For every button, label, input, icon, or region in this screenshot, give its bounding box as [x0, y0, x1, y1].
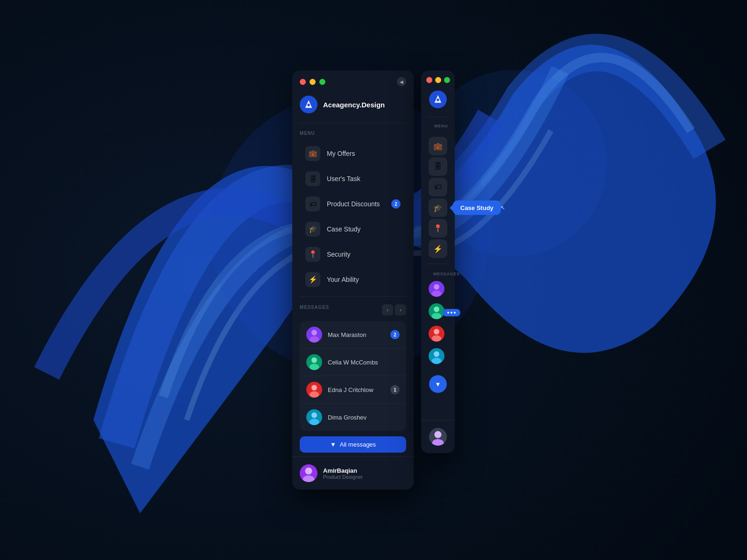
user-avatar [300, 464, 317, 482]
collapse-button[interactable]: ◀ [397, 77, 406, 86]
my-offers-icon: 💼 [305, 146, 320, 161]
collapsed-avatar-img-dima [429, 348, 444, 364]
svg-point-23 [434, 431, 441, 438]
expanded-sidebar: ◀ Aceagency.Design MENU 💼 My Offers 🗄 [292, 70, 414, 490]
avatar-edna [306, 382, 322, 398]
collapsed-traffic-green[interactable] [444, 77, 450, 83]
brand-logo [300, 96, 317, 113]
panels-wrapper: ◀ Aceagency.Design MENU 💼 My Offers 🗄 [292, 70, 455, 490]
collapsed-avatar-max[interactable] [429, 281, 447, 300]
messages-nav: ‹ › [382, 304, 406, 315]
traffic-green[interactable] [319, 79, 325, 85]
message-item-celia[interactable]: Celia W McCombs [300, 349, 406, 376]
traffic-lights-expanded: ◀ [292, 70, 414, 90]
menu-section: MENU 💼 My Offers 🗄 User's Task 🏷 Product… [292, 123, 414, 296]
collapsed-traffic-red[interactable] [426, 77, 432, 83]
collapsed-all-messages-btn[interactable]: ▼ [429, 375, 447, 393]
security-icon: 📍 [305, 247, 320, 262]
menu-item-security[interactable]: 📍 Security [300, 242, 406, 266]
user-role: Product Designer [323, 474, 363, 480]
svg-point-16 [432, 290, 441, 297]
messages-next-btn[interactable]: › [395, 304, 406, 315]
svg-point-14 [437, 98, 439, 101]
messages-list: Max Maraston 2 Celia W McCombs Edna J Cr… [300, 321, 406, 431]
collapsed-down-arrow: ▼ [435, 381, 441, 388]
collapsed-avatar-img-max [429, 281, 444, 297]
collapsed-messages-label: MESSAGES [427, 272, 450, 276]
avatar-max [306, 327, 322, 343]
brand-header: Aceagency.Design [292, 90, 414, 123]
collapsed-icon-my-offers[interactable]: 💼 [429, 137, 447, 155]
user-footer: AmirBaqian Product Designer [292, 456, 414, 490]
collapsed-avatar-celia[interactable] [429, 303, 447, 322]
svg-point-3 [307, 104, 310, 106]
product-discounts-icon: 🏷 [305, 196, 320, 211]
avatar-dima [306, 409, 322, 425]
your-ability-icon: ⚡ [305, 272, 320, 287]
collapsed-brand-logo [429, 91, 447, 108]
my-offers-label: My Offers [327, 150, 355, 157]
traffic-red[interactable] [300, 79, 306, 85]
message-item-edna[interactable]: Edna J Critchlow 1 [300, 376, 406, 404]
svg-point-21 [434, 351, 439, 357]
collapsed-icon-your-ability[interactable]: ⚡ [429, 239, 447, 258]
dot-1 [447, 312, 449, 314]
messages-section: MESSAGES ‹ › Max Maraston 2 [292, 297, 414, 456]
collapsed-avatar-dima[interactable] [429, 348, 447, 367]
message-badge-edna: 1 [390, 385, 400, 394]
collapsed-avatar-img-celia [429, 303, 444, 319]
menu-item-users-task[interactable]: 🗄 User's Task [300, 167, 406, 191]
svg-point-7 [310, 364, 319, 370]
contact-name-edna: Edna J Critchlow [328, 386, 374, 393]
traffic-yellow[interactable] [310, 79, 316, 85]
menu-item-case-study[interactable]: 🎓 Case Study [300, 217, 406, 241]
svg-point-9 [310, 391, 319, 398]
messages-prev-btn[interactable]: ‹ [382, 304, 393, 315]
collapsed-icon-product-discounts[interactable]: 🏷 [429, 178, 447, 196]
menu-item-my-offers[interactable]: 💼 My Offers [300, 141, 406, 166]
svg-point-24 [432, 439, 444, 446]
case-study-icon: 🎓 [305, 222, 320, 237]
collapsed-messages-section: MESSAGES [421, 264, 455, 397]
message-item-max[interactable]: Max Maraston 2 [300, 321, 406, 349]
users-task-label: User's Task [327, 175, 360, 182]
contact-name-dima: Dima Groshev [328, 414, 366, 421]
menu-item-your-ability[interactable]: ⚡ Your Ability [300, 267, 406, 292]
contact-name-max: Max Maraston [328, 331, 366, 338]
svg-point-18 [432, 313, 441, 319]
collapsed-user-avatar [429, 428, 447, 446]
svg-point-6 [311, 357, 317, 363]
svg-point-5 [310, 336, 319, 343]
menu-label: MENU [300, 131, 406, 136]
collapsed-icon-users-task[interactable]: 🗄 [429, 157, 447, 176]
message-badge-max: 2 [390, 330, 400, 339]
user-info: AmirBaqian Product Designer [323, 467, 363, 480]
svg-point-13 [303, 476, 315, 482]
users-task-icon: 🗄 [305, 171, 320, 186]
collapsed-menu-label: MENU [428, 124, 455, 128]
svg-point-12 [305, 468, 312, 475]
all-messages-text: All messages [340, 441, 376, 448]
collapsed-avatar-edna[interactable] [429, 326, 447, 344]
message-dots-button[interactable] [443, 309, 460, 316]
svg-point-20 [432, 335, 441, 342]
svg-point-17 [434, 307, 439, 312]
svg-point-11 [310, 419, 319, 425]
all-messages-button[interactable]: ▼ All messages [300, 436, 406, 453]
dot-3 [454, 312, 456, 314]
collapsed-traffic-yellow[interactable] [435, 77, 441, 83]
product-discounts-label: Product Discounts [327, 200, 380, 208]
collapsed-icon-security[interactable]: 📍 [429, 219, 447, 238]
collapsed-sidebar: MENU 💼 🗄 🏷 🎓 Case Study ↖ 📍 ⚡ MESSAGES [421, 70, 455, 453]
menu-item-product-discounts[interactable]: 🏷 Product Discounts 2 [300, 192, 406, 216]
messages-header: MESSAGES ‹ › [300, 304, 406, 315]
messages-label: MESSAGES [300, 305, 329, 310]
collapsed-avatar-img-edna [429, 326, 444, 342]
collapsed-icon-case-study[interactable]: 🎓 Case Study ↖ [429, 198, 447, 217]
svg-point-8 [311, 385, 317, 391]
message-item-dima[interactable]: Dima Groshev [300, 404, 406, 431]
svg-point-4 [311, 330, 317, 336]
collapsed-avatar-list [426, 281, 450, 367]
svg-point-10 [311, 413, 317, 418]
your-ability-label: Your Ability [327, 276, 359, 283]
